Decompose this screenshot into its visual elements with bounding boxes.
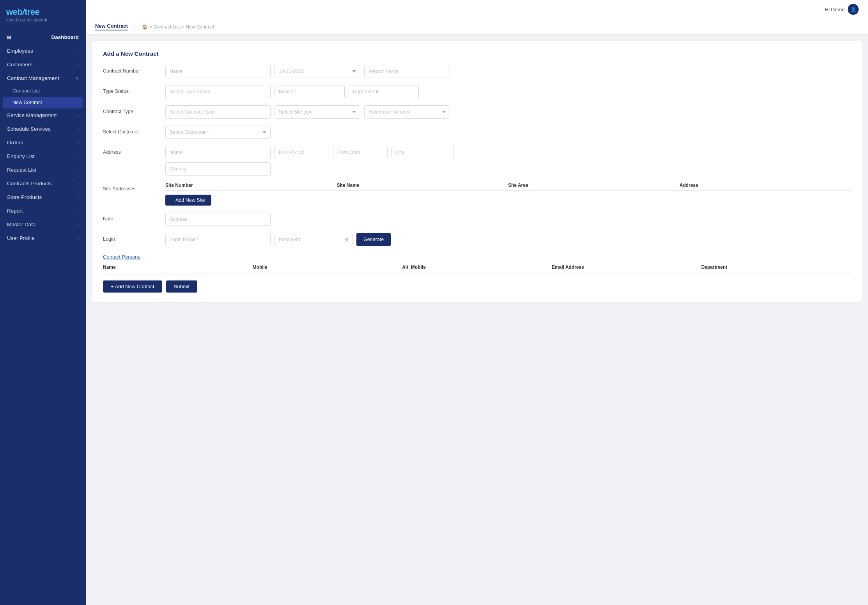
sidebar-subitem-new-contract[interactable]: New Contract bbox=[3, 97, 83, 108]
sidebar-item-label: Report bbox=[7, 208, 23, 214]
sidebar-item-orders[interactable]: Orders › bbox=[0, 136, 86, 149]
select-customer-dropdown[interactable]: Select Customer * bbox=[165, 126, 271, 139]
topbar: Hi Demo 👤 bbox=[86, 0, 868, 19]
logo-text: web/tree bbox=[6, 7, 80, 17]
sidebar-item-customers[interactable]: Customers › bbox=[0, 58, 86, 71]
login-fields: 👁 Generate bbox=[165, 233, 851, 246]
chevron-right-icon: › bbox=[77, 49, 79, 53]
password-wrapper: 👁 bbox=[275, 233, 353, 246]
login-label: Login bbox=[103, 233, 165, 242]
sidebar-subitem-contract-list[interactable]: Contract List bbox=[0, 85, 86, 97]
contract-number-row: Contract Number 13-11-2023 bbox=[103, 65, 851, 78]
sidebar-item-employees[interactable]: Employees › bbox=[0, 44, 86, 58]
address-row: Address bbox=[103, 146, 851, 176]
department-col: Department bbox=[701, 264, 851, 270]
sidebar-item-user-profile[interactable]: User Profile › bbox=[0, 231, 86, 245]
contract-number-label: Contract Number bbox=[103, 65, 165, 74]
site-type-select[interactable]: Select Site type bbox=[275, 105, 360, 119]
submit-button[interactable]: Submit bbox=[166, 280, 197, 293]
country-input[interactable] bbox=[165, 162, 271, 176]
contact-persons-link[interactable]: Contact Persons bbox=[103, 254, 140, 260]
note-fields bbox=[165, 213, 851, 226]
address-name-input[interactable] bbox=[165, 146, 271, 159]
contract-date-select[interactable]: 13-11-2023 bbox=[275, 65, 360, 78]
contract-type-input[interactable] bbox=[165, 105, 271, 119]
main-content: Hi Demo 👤 New Contract | 🏠 > Contract Li… bbox=[86, 0, 868, 605]
chevron-right-icon: › bbox=[77, 62, 79, 67]
address-row-2 bbox=[165, 162, 851, 176]
sidebar-item-label: Master Data bbox=[7, 222, 36, 227]
contact-persons-section: Contact Persons Name Mobile Alt. Mobile … bbox=[103, 253, 851, 273]
home-icon[interactable]: 🏠 bbox=[142, 24, 148, 30]
city-input[interactable] bbox=[391, 146, 454, 159]
department-input[interactable] bbox=[349, 85, 419, 98]
site-addresses-content: Site Number Site Name Site Area Address … bbox=[165, 183, 851, 206]
address-row-1 bbox=[165, 146, 851, 159]
contract-type-fields: Select Site type Reference Number bbox=[165, 105, 851, 119]
add-contact-button[interactable]: + Add New Contact bbox=[103, 280, 162, 293]
type-status-input[interactable] bbox=[165, 85, 271, 98]
contract-number-fields: 13-11-2023 bbox=[165, 65, 851, 78]
site-area-col: Site Area bbox=[508, 183, 680, 188]
sidebar-item-enquiry-list[interactable]: Enquiry List › bbox=[0, 149, 86, 163]
breadcrumb: 🏠 > Contract List > New Contract bbox=[142, 24, 214, 30]
breadcrumb-contract-list[interactable]: Contract List bbox=[154, 24, 180, 30]
sidebar-item-dashboard[interactable]: ⊞ Dashboard bbox=[0, 30, 86, 44]
sidebar-item-label: Request List bbox=[7, 167, 36, 173]
page-tab[interactable]: New Contract bbox=[95, 23, 128, 30]
site-table-header: Site Number Site Name Site Area Address bbox=[165, 183, 851, 191]
dashboard-icon: ⊞ bbox=[7, 35, 11, 40]
chevron-right-icon: › bbox=[77, 127, 79, 131]
type-status-row: Type Status bbox=[103, 85, 851, 98]
po-box-input[interactable] bbox=[275, 146, 329, 159]
site-addresses-label: Site Addresses bbox=[103, 183, 165, 192]
sidebar-item-request-list[interactable]: Request List › bbox=[0, 163, 86, 177]
address-label: Address bbox=[103, 146, 165, 155]
mobile-input[interactable] bbox=[275, 85, 345, 98]
eye-icon[interactable]: 👁 bbox=[344, 236, 349, 243]
site-addresses-row: Site Addresses Site Number Site Name Sit… bbox=[103, 183, 851, 206]
chevron-right-icon: › bbox=[77, 168, 79, 172]
sidebar-item-label: User Profile bbox=[7, 235, 35, 241]
contract-name-input[interactable] bbox=[165, 65, 271, 78]
content-area: New Contract | 🏠 > Contract List > New C… bbox=[86, 19, 868, 605]
generate-button[interactable]: Generate bbox=[356, 233, 391, 246]
chevron-right-icon: › bbox=[77, 181, 79, 186]
contract-type-row: Contract Type Select Site type Reference… bbox=[103, 105, 851, 119]
note-input[interactable] bbox=[165, 213, 271, 226]
name-col: Name bbox=[103, 264, 253, 270]
form-title: Add a New Contract bbox=[103, 50, 851, 57]
login-row: Login 👁 Generate bbox=[103, 233, 851, 246]
login-email-input[interactable] bbox=[165, 233, 271, 246]
sidebar-item-label: Contract Management bbox=[7, 75, 59, 81]
post-code-input[interactable] bbox=[333, 146, 388, 159]
sidebar-item-label: Orders bbox=[7, 140, 23, 145]
sidebar-item-master-data[interactable]: Master Data › bbox=[0, 218, 86, 231]
select-customer-label: Select Customer bbox=[103, 126, 165, 135]
logo-tree: tree bbox=[25, 7, 39, 17]
password-input[interactable] bbox=[275, 233, 353, 246]
chevron-right-icon: › bbox=[77, 113, 79, 118]
form-card: Add a New Contract Contract Number 13-11… bbox=[92, 41, 862, 302]
note-row: Note bbox=[103, 213, 851, 226]
divider: | bbox=[134, 23, 136, 30]
sidebar-item-store-products[interactable]: Store Products › bbox=[0, 190, 86, 204]
sidebar-item-schedule-services[interactable]: Schedule Services › bbox=[0, 122, 86, 136]
reference-number-select[interactable]: Reference Number bbox=[364, 105, 450, 119]
vendor-name-input[interactable] bbox=[364, 65, 450, 78]
logo: web/tree accelerating growth bbox=[0, 0, 86, 27]
sidebar-item-contracts-products[interactable]: Contracts Products › bbox=[0, 177, 86, 190]
sidebar-item-report[interactable]: Report › bbox=[0, 204, 86, 218]
logo-sub: accelerating growth bbox=[6, 18, 80, 22]
user-info: Hi Demo 👤 bbox=[825, 4, 859, 15]
sidebar-item-contract-management[interactable]: Contract Management ∨ bbox=[0, 71, 86, 85]
chevron-right-icon: › bbox=[77, 195, 79, 200]
type-status-fields bbox=[165, 85, 851, 98]
add-new-site-button[interactable]: + Add New Site bbox=[165, 195, 211, 206]
sidebar-item-service-management[interactable]: Service Management › bbox=[0, 108, 86, 122]
email-col: Email Address bbox=[552, 264, 701, 270]
sidebar: web/tree accelerating growth ⊞ Dashboard… bbox=[0, 0, 86, 605]
site-name-col: Site Name bbox=[337, 183, 508, 188]
chevron-right-icon: › bbox=[77, 236, 79, 241]
sidebar-item-label: Enquiry List bbox=[7, 153, 35, 159]
